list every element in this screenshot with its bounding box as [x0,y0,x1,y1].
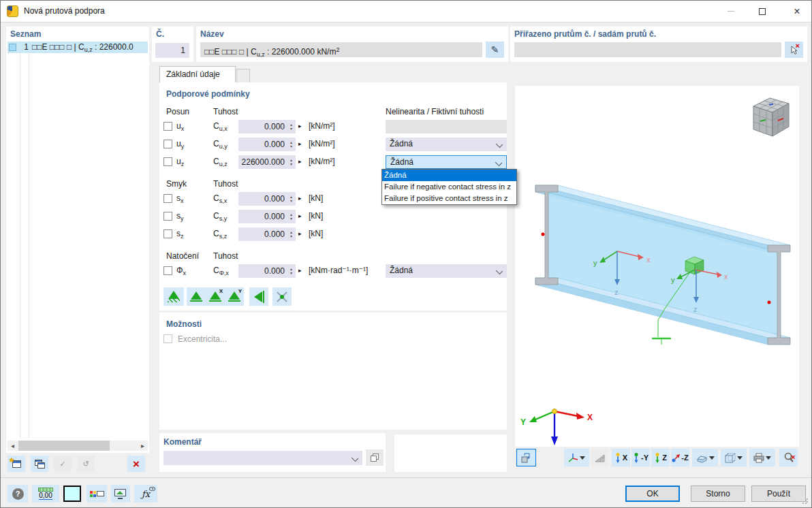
viewport-3d[interactable]: x y z x y z X Y Z [515,86,799,447]
number-card: Č. 1 [152,27,193,62]
parameter-pick-button[interactable]: ▸ [298,212,302,219]
maximize-icon [759,8,766,15]
parameter-pick-button[interactable]: ▸ [298,140,302,147]
preset-sliding-y-support-button[interactable]: Y [225,287,244,306]
new-support-button[interactable]: ★ [7,456,25,472]
symbol-cuy: Cu,y [213,139,228,150]
wireframe-display-button[interactable] [721,449,747,466]
print-button[interactable] [749,449,775,466]
parameter-pick-button[interactable]: ▸ [298,230,302,237]
scrollbar-thumb[interactable] [18,441,110,451]
preset-hinged-support-button[interactable] [187,287,206,306]
cancel-button[interactable]: Storno [691,486,745,502]
spinner-control[interactable]: ▴▾ [287,210,296,223]
comment-panel: Komentář [159,433,386,472]
rendering-options-button[interactable] [111,485,130,503]
dropdown-option-none[interactable]: Žádná [382,170,516,181]
number-field: 1 [155,43,189,58]
parameter-pick-button[interactable]: ▸ [298,267,302,274]
checkbox-uz[interactable] [163,157,172,166]
stiffness-input-uy[interactable]: 0.000▴▾ [238,138,296,151]
question-icon: ? [12,488,24,500]
stiffness-input-phix[interactable]: 0.000▴▾ [238,264,296,278]
spinner-control[interactable]: ▴▾ [287,227,296,241]
stiffness-input-sy[interactable]: 0.000▴▾ [238,210,296,223]
preset-sliding-x-support-button[interactable]: X [206,287,225,306]
list-horizontal-scrollbar[interactable]: ◂ ▸ [7,441,148,451]
rotation-header: Natočení [166,251,199,261]
formula-visibility-button[interactable]: ƒx [134,485,157,503]
maximize-button[interactable] [747,1,778,22]
nonlinearity-select-uy[interactable]: Žádná [386,138,507,151]
checkbox-sz[interactable] [163,229,172,238]
apply-button[interactable]: Použít [751,486,806,502]
dialog-icon [7,5,18,17]
label-phix: Φx [176,266,186,276]
unit-label-phix: [kNm·rad⁻¹·m⁻¹] [309,266,368,275]
column-header-stiffness: Tuhost [213,107,238,116]
base-line-icon [190,300,202,302]
global-axes: X Y Z [520,409,593,447]
color-swatch-button[interactable] [63,486,81,502]
units-label: 0,00 [39,492,52,500]
zoom-reset-button[interactable]: × [779,449,798,466]
tab-basic-data[interactable]: Základní údaje [159,66,236,83]
stiffness-input-sz[interactable]: 0.000▴▾ [238,227,296,241]
stiffness-input-uz[interactable]: 226000.000▴▾ [238,155,296,169]
dropdown-option-neg[interactable]: Failure if negative contact stress in z [382,181,516,193]
ok-button[interactable]: OK [625,486,680,502]
clear-assignment-button[interactable]: × [785,42,803,58]
spinner-control[interactable]: ▴▾ [287,120,296,133]
viewport-mode-button[interactable] [516,449,536,466]
help-button[interactable]: ? [7,485,28,503]
preset-fixed-support-button[interactable] [163,287,184,306]
parameter-pick-button[interactable]: ▸ [298,123,302,129]
parameter-pick-button[interactable]: ▸ [298,158,302,165]
resize-grip[interactable] [802,498,809,505]
comment-combobox[interactable] [163,451,362,465]
checkbox-sx[interactable] [163,194,172,203]
view-z-label: Z [662,454,667,462]
spinner-control[interactable]: ▴▾ [287,192,296,206]
view-z-button[interactable]: Z [651,449,670,466]
name-field[interactable]: □□E □□□ □ | Cu,z : 226000.000 kN/m2 [200,42,482,57]
display-properties-button[interactable] [87,485,107,503]
close-button[interactable]: × [781,1,812,22]
delete-support-button[interactable]: × [127,456,145,472]
stiffness-input-ux[interactable]: 0.000▴▾ [238,120,296,133]
checkbox-ux[interactable] [163,122,172,131]
nonlinearity-select-uz[interactable]: Žádná [386,155,507,169]
spinner-control[interactable]: ▴▾ [287,264,296,278]
viewport-toolbar: X -Y Z -Z × [515,449,799,468]
scroll-right-arrow[interactable]: ▸ [138,441,148,451]
scroll-left-arrow[interactable]: ◂ [7,441,18,451]
edit-name-button[interactable]: ✎ [486,42,504,58]
nonlinearity-select-phix[interactable]: Žádná [386,264,507,278]
navigation-cube[interactable] [753,98,789,136]
solid-display-button[interactable] [692,449,718,466]
assigned-members-field[interactable] [514,42,781,57]
checkbox-phix[interactable] [163,266,172,275]
comment-copy-button[interactable] [366,449,384,466]
assigned-label: Přiřazeno prutům č. / sadám prutů č. [514,29,656,39]
parameter-pick-button[interactable]: ▸ [298,195,302,202]
preset-lateral-support-button[interactable] [249,287,268,306]
view-x-button[interactable]: X [612,449,630,466]
checkbox-sy[interactable] [163,212,172,221]
spinner-control[interactable]: ▴▾ [287,155,296,169]
axis-z-label: z [693,305,698,313]
copy-support-button[interactable] [31,456,48,472]
view-minus-y-button[interactable]: -Y [631,449,650,466]
dropdown-option-pos[interactable]: Failure if positive contact stress in z [382,193,516,204]
preset-free-support-button[interactable] [272,287,292,306]
view-minus-z-button[interactable]: -Z [671,449,689,466]
cursor-clear-icon: × [789,44,799,55]
spinner-control[interactable]: ▴▾ [287,138,296,151]
stiffness-input-sx[interactable]: 0.000▴▾ [238,192,296,206]
axes-display-button[interactable] [564,449,589,466]
list-item[interactable]: 1 □□E □□□ □ | Cu,z : 226000.0 [7,42,148,53]
assigned-card: Přiřazeno prutům č. / sadám prutů č. × [510,27,807,62]
checkbox-uy[interactable] [163,140,172,148]
units-settings-button[interactable]: 0,00 [32,485,59,503]
printer-icon [753,453,764,463]
